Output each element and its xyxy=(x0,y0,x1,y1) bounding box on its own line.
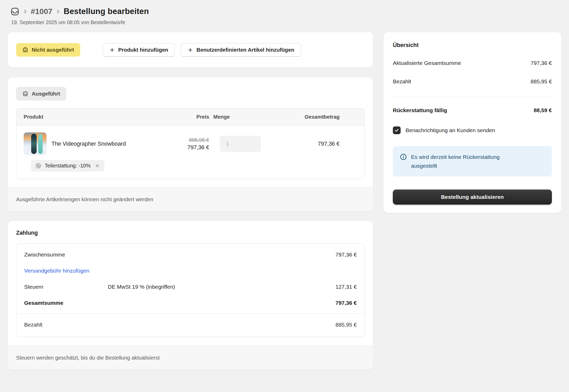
paid-value: 885,95 € xyxy=(335,322,357,328)
discount-seal-icon xyxy=(35,163,41,169)
refund-due-label: Rückerstattung fällig xyxy=(393,107,447,113)
total-label: Gesamtsumme xyxy=(24,300,108,306)
column-header-total: Gesamtbetrag xyxy=(272,114,357,120)
refund-due-value: 88,59 € xyxy=(534,107,552,113)
column-header-product: Produkt xyxy=(24,114,157,120)
shipping-row: Versandgebühr hinzufügen xyxy=(16,263,365,279)
updated-total-value: 797,36 € xyxy=(531,60,552,66)
page-header: › #1007 › Bestellung bearbeiten 19. Sept… xyxy=(8,6,561,25)
product-thumbnail xyxy=(24,132,47,155)
breadcrumb: › #1007 › Bestellung bearbeiten xyxy=(10,6,561,17)
column-header-price: Preis xyxy=(157,114,209,120)
subtotal-value: 797,36 € xyxy=(335,252,357,258)
breadcrumb-order-number[interactable]: #1007 xyxy=(31,7,52,16)
summary-title: Übersicht xyxy=(393,42,552,49)
discount-tag-label: Teilerstattung: -10% xyxy=(45,163,91,169)
payment-summary-box: Zwischensumme 797,36 € Versandgebühr hin… xyxy=(16,243,365,337)
plus-icon xyxy=(188,47,193,53)
summary-paid-row: Bezahlt 885,95 € xyxy=(393,78,552,85)
box-x-icon xyxy=(22,47,28,53)
fulfilled-items-card: Ausgeführt Produkt Preis Menge Gesamtbet… xyxy=(8,77,373,212)
snowboard-teal xyxy=(38,134,43,154)
paid-label: Bezahlt xyxy=(24,322,108,328)
quantity-cell xyxy=(209,132,272,155)
tax-label: Steuern xyxy=(24,284,108,290)
subtotal-row: Zwischensumme 797,36 € xyxy=(16,247,365,263)
notify-customer-row[interactable]: Benachrichtigung an Kunden senden xyxy=(393,126,552,134)
tax-value: 127,31 € xyxy=(335,284,357,290)
discount-tag: Teilerstattung: -10% xyxy=(31,160,104,172)
discounted-price: 797,36 € xyxy=(187,144,209,151)
paid-row: Bezahlt 885,95 € xyxy=(16,314,365,337)
fulfilled-badge-label: Ausgeführt xyxy=(32,91,60,97)
refund-due-row: Rückerstattung fällig 88,59 € xyxy=(393,107,552,113)
total-value: 797,36 € xyxy=(335,300,357,306)
unfulfilled-badge-label: Nicht ausgeführt xyxy=(32,47,74,53)
subtotal-label: Zwischensumme xyxy=(24,252,108,258)
items-table-header: Produkt Preis Menge Gesamtbetrag xyxy=(16,109,365,126)
main-column: Nicht ausgeführt Produkt hinzufügen xyxy=(8,32,373,370)
total-row: Gesamtsumme 797,36 € xyxy=(16,295,365,311)
column-header-quantity: Menge xyxy=(209,114,272,120)
fulfilled-footer-note: Ausgeführte Artikelmengen können nicht g… xyxy=(8,187,373,212)
fulfillment-actions-card: Nicht ausgeführt Produkt hinzufügen xyxy=(8,32,373,67)
line-item-row: The Videographer Snowboard xyxy=(16,126,365,179)
add-product-label: Produkt hinzufügen xyxy=(118,47,168,53)
info-banner: Es wird derzeit keine Rückerstattung aus… xyxy=(393,146,552,177)
add-custom-item-label: Benutzerdefinierten Artikel hinzufügen xyxy=(196,47,294,53)
add-custom-item-button[interactable]: Benutzerdefinierten Artikel hinzufügen xyxy=(181,43,301,57)
page-title: Bestellung bearbeiten xyxy=(64,7,149,16)
quantity-input xyxy=(220,136,261,152)
update-order-button[interactable]: Bestellung aktualisieren xyxy=(393,190,552,205)
notify-checkbox-label[interactable]: Benachrichtigung an Kunden senden xyxy=(406,127,495,133)
summary-paid-label: Bezahlt xyxy=(393,78,411,85)
updated-total-label: Aktualisierte Gesamtsumme xyxy=(393,60,461,66)
remove-discount-icon[interactable] xyxy=(95,163,100,168)
updated-total-row: Aktualisierte Gesamtsumme 797,36 € xyxy=(393,60,552,66)
summary-paid-value: 885,95 € xyxy=(531,78,552,85)
unfulfilled-status-badge: Nicht ausgeführt xyxy=(16,43,80,57)
product-name[interactable]: The Videographer Snowboard xyxy=(51,141,126,147)
product-cell: The Videographer Snowboard xyxy=(24,132,157,172)
add-shipping-link[interactable]: Versandgebühr hinzufügen xyxy=(24,268,89,274)
orders-inbox-icon[interactable] xyxy=(10,7,19,16)
plus-icon xyxy=(109,47,115,53)
add-product-button[interactable]: Produkt hinzufügen xyxy=(103,43,175,57)
notify-checkbox[interactable] xyxy=(393,126,401,134)
price-cell: 885,95 € 797,36 € xyxy=(157,132,209,155)
checkmark-icon xyxy=(394,128,399,133)
items-table: Produkt Preis Menge Gesamtbetrag xyxy=(16,108,365,179)
summary-card: Übersicht Aktualisierte Gesamtsumme 797,… xyxy=(383,32,561,213)
snowboard-dark xyxy=(31,134,37,154)
tax-row: Steuern DE MwSt 19 % (inbegriffen) 127,3… xyxy=(16,279,365,295)
chevron-separator-icon: › xyxy=(24,6,27,17)
box-check-icon xyxy=(22,91,28,97)
summary-divider xyxy=(393,97,552,97)
fulfilled-status-badge: Ausgeführt xyxy=(16,87,66,100)
line-total: 797,36 € xyxy=(272,132,357,155)
chevron-separator-icon: › xyxy=(57,6,59,17)
original-price: 885,95 € xyxy=(189,137,209,143)
payment-card: Zahlung Zwischensumme 797,36 € Versandge… xyxy=(8,221,373,370)
payment-footer-note: Steuern werden geschätzt, bis du die Bes… xyxy=(8,345,373,370)
order-edit-page: › #1007 › Bestellung bearbeiten 19. Sept… xyxy=(0,0,569,392)
tax-detail: DE MwSt 19 % (inbegriffen) xyxy=(108,284,335,290)
info-circle-icon xyxy=(400,153,407,170)
page-subtitle: 19. September 2025 um 08:05 von Bestelle… xyxy=(10,19,561,25)
info-banner-text: Es wird derzeit keine Rückerstattung aus… xyxy=(411,153,523,170)
payment-title: Zahlung xyxy=(8,221,373,236)
